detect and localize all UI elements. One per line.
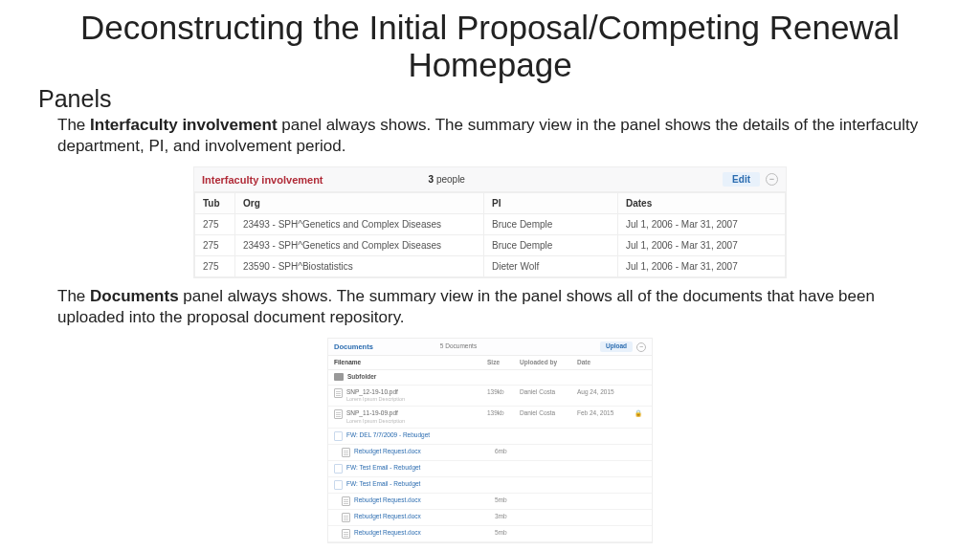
mail-icon xyxy=(334,480,343,490)
interfaculty-panel: Interfaculty involvement 3 people Edit −… xyxy=(193,166,787,278)
filename: FW: Test Email - Rebudget xyxy=(346,480,420,488)
filename: SNP_11-19-09.pdf xyxy=(346,409,405,417)
filename: Rebudget Request.docx xyxy=(354,448,421,455)
col-tub: Tub xyxy=(195,193,235,214)
col-date: Date xyxy=(577,359,635,366)
text: The xyxy=(57,287,90,305)
file-size: 3mb xyxy=(495,513,527,520)
text: panel always shows. The summary view in … xyxy=(57,287,875,326)
mail-icon xyxy=(334,431,343,441)
panel-count: 5 Documents xyxy=(440,342,477,350)
filename: FW: DEL 7/7/2009 - Rebudget xyxy=(346,431,430,439)
file-row[interactable]: SNP_11-19-09.pdfLorem Ipsum Description … xyxy=(328,407,652,429)
panel-header: Interfaculty involvement 3 people Edit − xyxy=(194,167,786,192)
interfaculty-table: Tub Org PI Dates 275 23493 - SPH^Genetic… xyxy=(194,192,786,277)
collapse-icon[interactable]: − xyxy=(766,173,778,186)
file-date: Feb 24, 2015 xyxy=(577,409,635,417)
col-dates: Dates xyxy=(618,193,786,214)
folder-row[interactable]: Subfolder xyxy=(328,370,652,385)
cell: Bruce Demple xyxy=(484,214,618,235)
file-icon xyxy=(334,409,343,419)
table-row: 275 23493 - SPH^Genetics and Complex Dis… xyxy=(195,235,786,256)
file-uploader: Daniel Costa xyxy=(520,409,577,417)
cell: Jul 1, 2006 - Mar 31, 2007 xyxy=(618,256,786,277)
cell: 275 xyxy=(195,214,235,235)
file-size: 139kb xyxy=(487,388,520,396)
paragraph-interfaculty: The Interfaculty involvement panel alway… xyxy=(0,115,980,163)
attachment-row[interactable]: Rebudget Request.docx 5mb xyxy=(328,494,652,510)
documents-panel: Documents 5 Documents Upload − Filename … xyxy=(327,338,653,542)
table-header-row: Filename Size Uploaded by Date xyxy=(328,356,652,370)
col-pi: PI xyxy=(484,193,618,214)
collapse-icon[interactable]: − xyxy=(636,342,646,352)
folder-icon xyxy=(334,373,344,381)
file-icon xyxy=(342,496,350,506)
text-bold: Documents xyxy=(90,287,179,305)
filename: Rebudget Request.docx xyxy=(354,513,421,520)
table-row: 275 23493 - SPH^Genetics and Complex Dis… xyxy=(195,214,786,235)
file-row[interactable]: SNP_12-19-10.pdfLorem Ipsum Description … xyxy=(328,386,652,408)
cell: 23590 - SPH^Biostatistics xyxy=(235,256,484,277)
attachment-row[interactable]: Rebudget Request.docx 3mb xyxy=(328,510,652,526)
table-row: 275 23590 - SPH^Biostatistics Dieter Wol… xyxy=(195,256,786,277)
upload-button[interactable]: Upload xyxy=(600,342,633,351)
attachment-row[interactable]: Rebudget Request.docx 6mb xyxy=(328,445,652,461)
paragraph-documents: The Documents panel always shows. The su… xyxy=(0,286,980,334)
filename: Rebudget Request.docx xyxy=(354,529,421,537)
cell: 275 xyxy=(195,256,235,277)
slide-title: Deconstructing the Initial Proposal/Comp… xyxy=(0,0,980,85)
file-icon xyxy=(342,513,350,522)
col-filename: Filename xyxy=(334,359,487,366)
filename: Rebudget Request.docx xyxy=(354,496,421,504)
file-uploader: Daniel Costa xyxy=(520,388,577,396)
file-desc: Lorem Ipsum Description xyxy=(346,396,405,403)
file-icon xyxy=(342,529,350,539)
col-size: Size xyxy=(487,359,520,366)
filename: SNP_12-19-10.pdf xyxy=(346,388,405,396)
file-size: 5mb xyxy=(495,529,527,537)
mail-row[interactable]: FW: Test Email - Rebudget xyxy=(328,477,652,494)
lock-icon: 🔒 xyxy=(635,409,644,417)
cell: 23493 - SPH^Genetics and Complex Disease… xyxy=(235,235,484,256)
col-org: Org xyxy=(235,193,484,214)
mail-icon xyxy=(334,464,343,474)
count-label: people xyxy=(434,174,465,185)
cell: Bruce Demple xyxy=(484,235,618,256)
filename: FW: Test Email - Rebudget xyxy=(346,464,420,472)
panel-title: Interfaculty involvement xyxy=(202,174,323,186)
edit-button[interactable]: Edit xyxy=(723,172,760,187)
cell: 23493 - SPH^Genetics and Complex Disease… xyxy=(235,214,484,235)
cell: Dieter Wolf xyxy=(484,256,618,277)
file-size: 5mb xyxy=(495,496,527,504)
mail-row[interactable]: FW: Test Email - Rebudget xyxy=(328,461,652,477)
panel-header: Documents 5 Documents Upload − xyxy=(328,339,652,355)
section-heading: Panels xyxy=(0,85,980,115)
file-date: Aug 24, 2015 xyxy=(577,388,635,396)
file-size: 6mb xyxy=(495,448,527,455)
file-icon xyxy=(342,448,350,457)
file-size: 139kb xyxy=(487,409,520,417)
file-icon xyxy=(334,388,343,398)
cell: Jul 1, 2006 - Mar 31, 2007 xyxy=(618,235,786,256)
file-desc: Lorem Ipsum Description xyxy=(346,418,405,425)
attachment-row[interactable]: Rebudget Request.docx 5mb xyxy=(328,526,652,542)
panel-title: Documents xyxy=(334,342,373,352)
panel-count: 3 people xyxy=(429,174,465,185)
table-header-row: Tub Org PI Dates xyxy=(195,193,786,214)
cell: 275 xyxy=(195,235,235,256)
col-uploaded: Uploaded by xyxy=(520,359,577,366)
filename: Subfolder xyxy=(347,373,376,381)
text: The xyxy=(57,116,90,134)
mail-row[interactable]: FW: DEL 7/7/2009 - Rebudget xyxy=(328,429,652,445)
cell: Jul 1, 2006 - Mar 31, 2007 xyxy=(618,214,786,235)
text-bold: Interfaculty involvement xyxy=(90,116,278,134)
